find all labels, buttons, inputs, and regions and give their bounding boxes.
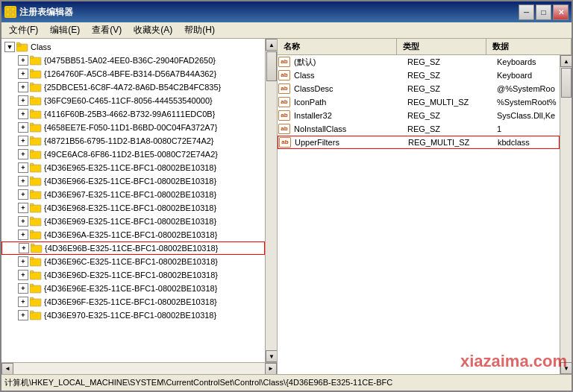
status-text: 计算机\HKEY_LOCAL_MACHINE\SYSTEM\CurrentCon…: [4, 377, 569, 388]
tree-expand-icon[interactable]: +: [18, 162, 28, 173]
tree-item[interactable]: + {0475BB51-5A02-4EE0-B36C-29040FAD2650}: [1, 54, 265, 67]
right-scrollbar[interactable]: ▲ ▼: [560, 55, 572, 374]
tree-item[interactable]: + {25DBCE51-6C8F-4A72-8A6D-B54C2B4FC835}: [1, 80, 265, 94]
tree-expand-icon[interactable]: +: [18, 203, 28, 213]
title-bar-left: 注册表编辑器: [4, 6, 73, 19]
scroll-thumb[interactable]: [266, 51, 277, 81]
tree-expand-icon[interactable]: +: [19, 243, 29, 253]
right-pane-inner: 名称 类型 数据 ab(默认)REG_SZKeyboardsabClassREG…: [278, 39, 572, 374]
scroll-track[interactable]: [266, 51, 277, 350]
registry-item[interactable]: abInstaller32REG_SZSysClass.Dll,Ke: [278, 109, 560, 122]
folder-icon: [30, 149, 42, 159]
tree-item[interactable]: + {4D36E96C-E325-11CE-BFC1-08002BE10318}: [1, 255, 265, 268]
title-bar: 注册表编辑器 ─ □ ✕: [1, 1, 572, 22]
svg-rect-26: [30, 177, 34, 179]
tree-expand-icon[interactable]: +: [18, 122, 28, 133]
svg-rect-16: [30, 110, 34, 112]
registry-item[interactable]: abClassDescREG_SZ@%SystemRoo: [278, 82, 560, 95]
tree-item[interactable]: + {48721B56-6795-11D2-B1A8-0080C72E74A2}: [1, 134, 265, 148]
tree-node-label: {4D36E96A-E325-11CE-BFC1-08002BE10318}: [44, 230, 217, 239]
folder-icon: [30, 297, 42, 307]
tree-expand-icon[interactable]: +: [18, 216, 28, 227]
tree-item[interactable]: + {4D36E96E-E325-11CE-BFC1-08002BE10318}: [1, 282, 265, 295]
tree-item[interactable]: + {4D36E96F-E325-11CE-BFC1-08002BE10318}: [1, 295, 265, 309]
svg-rect-11: [30, 84, 41, 92]
tree-item[interactable]: + {4D36E966-E325-11CE-BFC1-08002BE10318}: [1, 174, 265, 188]
scroll-up-arrow[interactable]: ▲: [266, 39, 277, 51]
folder-icon: [31, 243, 43, 253]
left-scrollbar[interactable]: ▲ ▼: [265, 39, 277, 362]
registry-item[interactable]: abIconPathREG_MULTI_SZ%SystemRoot%: [278, 95, 560, 109]
tree-item[interactable]: + {4D36E96A-E325-11CE-BFC1-08002BE10318}: [1, 228, 265, 241]
menu-item-文件F[interactable]: 文件(F): [3, 22, 44, 38]
right-scroll-up[interactable]: ▲: [560, 55, 572, 67]
tree-item[interactable]: + {4116F60B-25B3-4662-B732-99A6111EDC0B}: [1, 107, 265, 121]
svg-rect-35: [31, 245, 42, 253]
reg-item-data: kbdclass: [495, 138, 559, 147]
tree-item[interactable]: + {4D36E96B-E325-11CE-BFC1-08002BE10318}: [1, 241, 265, 255]
registry-item[interactable]: abClassREG_SZKeyboard: [278, 69, 560, 82]
svg-rect-46: [30, 311, 34, 313]
reg-item-data: %SystemRoot%: [494, 98, 560, 107]
window-title: 注册表编辑器: [19, 6, 73, 19]
tree-item[interactable]: + {4658EE7E-F050-11D1-B6BD-00C04FA372A7}: [1, 121, 265, 134]
tree-item[interactable]: + {1264760F-A5C8-4BFE-B314-D56A7B44A362}: [1, 67, 265, 80]
tree-root[interactable]: ▼ Class: [1, 40, 265, 54]
tree-expand-icon[interactable]: +: [18, 55, 28, 66]
tree-expand-icon[interactable]: +: [18, 189, 28, 200]
right-scroll-thumb[interactable]: [561, 68, 572, 98]
scroll-left-arrow[interactable]: ◄: [1, 363, 13, 375]
tree-expand-icon[interactable]: +: [18, 310, 28, 320]
tree-item[interactable]: + {49CE6AC8-6F86-11D2-B1E5-0080C72E74A2}: [1, 148, 265, 161]
tree-expand-icon[interactable]: +: [18, 69, 28, 79]
tree-expand-icon[interactable]: +: [18, 230, 28, 240]
tree-item[interactable]: + {4D36E969-E325-11CE-BFC1-08002BE10318}: [1, 215, 265, 228]
close-button[interactable]: ✕: [553, 4, 569, 20]
menu-item-查看V[interactable]: 查看(V): [86, 22, 128, 38]
tree-expand-icon[interactable]: +: [18, 149, 28, 159]
tree-item[interactable]: + {4D36E968-E325-11CE-BFC1-08002BE10318}: [1, 201, 265, 215]
registry-list[interactable]: ab(默认)REG_SZKeyboardsabClassREG_SZKeyboa…: [278, 55, 560, 374]
tree-expand-icon[interactable]: +: [18, 270, 28, 280]
registry-item[interactable]: abNoInstallClassREG_SZ1: [278, 122, 560, 136]
tree-area[interactable]: ▼ Class + {0475BB51-5A02-4EE0-B36C-29: [1, 39, 265, 362]
registry-item[interactable]: abUpperFiltersREG_MULTI_SZkbdclass: [278, 136, 560, 149]
reg-type-icon: ab: [278, 109, 291, 122]
col-header-data[interactable]: 数据: [486, 39, 572, 54]
tree-item[interactable]: + {4D36E965-E325-11CE-BFC1-08002BE10318}: [1, 161, 265, 174]
scroll-down-arrow[interactable]: ▼: [266, 350, 277, 362]
tree-item[interactable]: + {4D36E967-E325-11CE-BFC1-08002BE10318}: [1, 188, 265, 201]
svg-rect-32: [30, 217, 34, 219]
maximize-button[interactable]: □: [536, 4, 551, 20]
svg-rect-23: [30, 165, 41, 172]
right-scroll-down[interactable]: ▼: [560, 362, 572, 374]
menu-item-编辑E[interactable]: 编辑(E): [44, 22, 86, 38]
scroll-right-arrow[interactable]: ►: [265, 363, 277, 375]
minimize-button[interactable]: ─: [519, 4, 534, 20]
title-buttons: ─ □ ✕: [519, 4, 569, 20]
left-h-scrollbar[interactable]: ◄ ►: [1, 362, 277, 374]
tree-item[interactable]: + {4D36E970-E325-11CE-BFC1-08002BE10318}: [1, 309, 265, 322]
right-scroll-track[interactable]: [560, 67, 572, 362]
col-header-name[interactable]: 名称: [278, 39, 397, 54]
expand-icon[interactable]: ▼: [4, 42, 15, 52]
tree-expand-icon[interactable]: +: [18, 176, 28, 186]
menu-item-收藏夹A[interactable]: 收藏夹(A): [128, 22, 178, 38]
col-header-type[interactable]: 类型: [397, 39, 486, 54]
tree-expand-icon[interactable]: +: [18, 82, 28, 92]
tree-expand-icon[interactable]: +: [18, 136, 28, 146]
tree-item[interactable]: + {36FC9E60-C465-11CF-8056-444553540000}: [1, 94, 265, 107]
reg-item-name: NoInstallClass: [291, 124, 404, 133]
right-pane: 名称 类型 数据 ab(默认)REG_SZKeyboardsabClassREG…: [278, 39, 572, 374]
folder-icon: [30, 95, 42, 106]
registry-item[interactable]: ab(默认)REG_SZKeyboards: [278, 55, 560, 69]
tree-expand-icon[interactable]: +: [18, 283, 28, 294]
tree-expand-icon[interactable]: +: [18, 109, 28, 119]
tree-item[interactable]: + {4D36E96D-E325-11CE-BFC1-08002BE10318}: [1, 268, 265, 282]
menu-item-帮助H[interactable]: 帮助(H): [178, 22, 221, 38]
tree-expand-icon[interactable]: +: [18, 95, 28, 106]
svg-rect-29: [30, 205, 41, 212]
tree-expand-icon[interactable]: +: [18, 297, 28, 307]
tree-expand-icon[interactable]: +: [18, 256, 28, 267]
reg-item-name: IconPath: [291, 98, 404, 107]
